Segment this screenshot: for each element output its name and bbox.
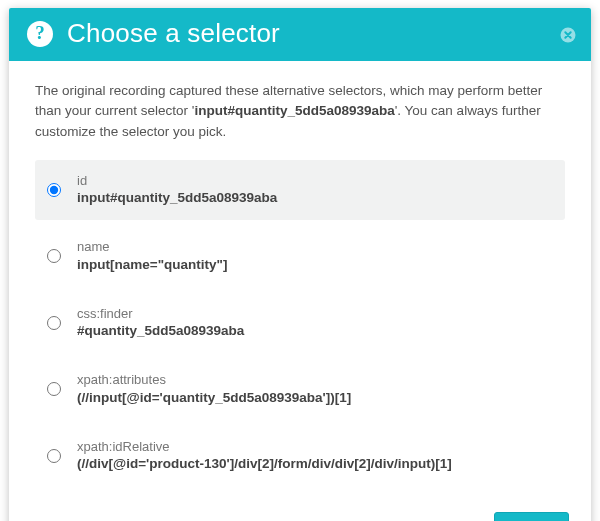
- intro-current-selector: input#quantity_5dd5a08939aba: [194, 103, 394, 118]
- selector-option-value: (//div[@id='product-130']/div[2]/form/di…: [77, 455, 551, 474]
- selector-option-value: (//input[@id='quantity_5dd5a08939aba'])[…: [77, 389, 551, 408]
- select-button[interactable]: Select: [494, 512, 569, 521]
- modal-footer: Cancel Select: [9, 502, 591, 521]
- selector-option-name[interactable]: name input[name="quantity"]: [35, 226, 565, 286]
- choose-selector-modal: ? Choose a selector The original recordi…: [9, 8, 591, 521]
- close-icon[interactable]: [559, 26, 577, 44]
- selector-option-xpath-idrelative[interactable]: xpath:idRelative (//div[@id='product-130…: [35, 426, 565, 486]
- selector-option-xpath-attributes[interactable]: xpath:attributes (//input[@id='quantity_…: [35, 359, 565, 419]
- selector-option-text: css:finder #quantity_5dd5a08939aba: [77, 305, 551, 341]
- selector-option-text: name input[name="quantity"]: [77, 238, 551, 274]
- selector-option-label: css:finder: [77, 305, 551, 323]
- selector-option-text: id input#quantity_5dd5a08939aba: [77, 172, 551, 208]
- selector-radio-cssfinder[interactable]: [47, 316, 61, 330]
- selector-radio-xpath-idrelative[interactable]: [47, 449, 61, 463]
- modal-body: The original recording captured these al…: [9, 61, 591, 502]
- selector-option-label: id: [77, 172, 551, 190]
- cancel-button[interactable]: Cancel: [416, 513, 480, 521]
- selector-radio-id[interactable]: [47, 183, 61, 197]
- selector-option-id[interactable]: id input#quantity_5dd5a08939aba: [35, 160, 565, 220]
- modal-header: ? Choose a selector: [9, 8, 591, 61]
- selector-option-cssfinder[interactable]: css:finder #quantity_5dd5a08939aba: [35, 293, 565, 353]
- selector-option-value: input#quantity_5dd5a08939aba: [77, 189, 551, 208]
- modal-title: Choose a selector: [67, 18, 280, 49]
- selector-radio-name[interactable]: [47, 249, 61, 263]
- selector-option-text: xpath:idRelative (//div[@id='product-130…: [77, 438, 551, 474]
- selector-option-value: #quantity_5dd5a08939aba: [77, 322, 551, 341]
- selector-radio-xpath-attributes[interactable]: [47, 382, 61, 396]
- help-circle-icon: ?: [25, 19, 55, 49]
- intro-text: The original recording captured these al…: [35, 81, 565, 142]
- selector-option-label: name: [77, 238, 551, 256]
- selector-option-label: xpath:attributes: [77, 371, 551, 389]
- selector-option-text: xpath:attributes (//input[@id='quantity_…: [77, 371, 551, 407]
- selector-option-value: input[name="quantity"]: [77, 256, 551, 275]
- selector-option-label: xpath:idRelative: [77, 438, 551, 456]
- svg-text:?: ?: [35, 22, 45, 43]
